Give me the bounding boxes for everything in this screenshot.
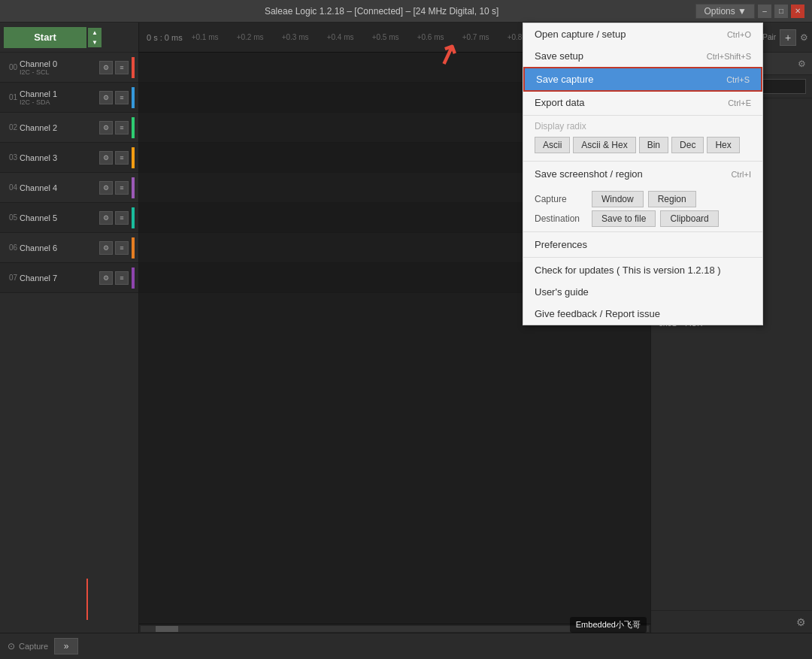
hscroll-thumb[interactable] [156,626,178,632]
channel-row-2: 02 Channel 2 ⚙ ≡ [0,113,138,143]
decoded-settings-icon[interactable]: ⚙ [798,59,806,69]
channel-settings-0[interactable]: ⚙ [99,61,113,74]
menu-screenshot[interactable]: Save screenshot / region Ctrl+I [523,163,762,185]
menu-give-feedback-label: Give feedback / Report issue [535,308,660,319]
channel-sub-0: I2C - SCL [20,68,99,76]
radix-btn-dec[interactable]: Dec [671,137,704,153]
clipboard-button[interactable]: Clipboard [660,210,718,227]
start-button[interactable]: Start [4,27,86,48]
channel-row-5: 05 Channel 5 ⚙ ≡ [0,203,138,233]
tick-6: +0.7 ms [461,33,506,41]
menu-export-data-label: Export data [535,97,585,108]
radix-btn-ascii_& hex[interactable]: Ascii & Hex [573,137,635,153]
channel-waves-6[interactable]: ≡ [115,241,129,255]
channel-name-4: Channel 4 [20,183,99,192]
channel-waves-0[interactable]: ≡ [115,61,129,74]
menu-open-capture[interactable]: Open capture / setup Ctrl+O [523,23,762,45]
channel-settings-3[interactable]: ⚙ [99,151,113,165]
channel-list: 00 Channel 0 I2C - SCL ⚙ ≡ 01 Channel 1 … [0,53,138,293]
channel-color-3 [132,147,135,168]
channel-waves-2[interactable]: ≡ [115,121,129,135]
add-channel-button[interactable]: + [780,29,796,46]
menu-separator-1 [523,115,762,116]
channel-sub-1: I2C - SDA [20,98,99,106]
start-down-arrow[interactable]: ▼ [88,38,102,47]
channel-row-1: 01 Channel 1 I2C - SDA ⚙ ≡ [0,83,138,113]
menu-users-guide-label: User's guide [535,286,589,298]
channel-waves-7[interactable]: ≡ [115,271,129,285]
tick-1: +0.2 ms [235,33,280,41]
channel-settings-2[interactable]: ⚙ [99,121,113,135]
menu-users-guide[interactable]: User's guide [523,281,762,303]
menu-save-capture[interactable]: Save capture Ctrl+S [523,67,762,92]
save-to-file-button[interactable]: Save to file [592,210,656,227]
menu-export-data[interactable]: Export data Ctrl+E [523,92,762,113]
menu-give-feedback[interactable]: Give feedback / Report issue [523,303,762,325]
menu-save-capture-shortcut: Ctrl+S [726,75,750,84]
channel-num-3: 03 [4,153,17,162]
channel-waves-4[interactable]: ≡ [115,181,129,195]
bottom-bar: ⊙ Capture » [0,633,812,659]
channels-panel: Start ▲ ▼ 00 Channel 0 I2C - SCL ⚙ ≡ 01 … [0,23,139,633]
channel-num-7: 07 [4,274,17,282]
close-button[interactable]: ✕ [791,5,804,18]
menu-preferences-label: Preferences [535,239,587,250]
channel-settings-5[interactable]: ⚙ [99,211,113,225]
tick-2: +0.3 ms [280,33,326,41]
tick-4: +0.5 ms [371,33,416,41]
start-arrows: ▲ ▼ [88,28,102,47]
channel-settings-4[interactable]: ⚙ [99,181,113,195]
display-radix-label: Display radix [523,117,762,134]
channel-icons-4: ⚙ ≡ [99,181,129,195]
maximize-button[interactable]: □ [774,5,788,18]
menu-check-updates[interactable]: Check for updates ( This is version 1.2.… [523,259,762,281]
channel-row-3: 03 Channel 3 ⚙ ≡ [0,143,138,173]
settings-icon[interactable]: ⚙ [800,32,808,43]
region-button[interactable]: Region [648,191,696,207]
menu-open-capture-label: Open capture / setup [535,29,626,40]
channel-color-7 [132,268,135,289]
window-button[interactable]: Window [592,191,644,207]
dropdown-menu: Open capture / setup Ctrl+O Save setup C… [523,23,763,325]
menu-preferences[interactable]: Preferences [523,234,762,255]
radix-btn-bin[interactable]: Bin [639,137,668,153]
right-settings-bar: ⚙ [651,610,812,633]
radix-btn-hex[interactable]: Hex [707,137,739,153]
radix-btn-ascii[interactable]: Ascii [535,137,570,153]
channel-row-7: 07 Channel 7 ⚙ ≡ [0,263,138,293]
menu-separator-4 [523,257,762,258]
screenshot-section: Capture Window Region Destination Save t… [523,185,762,230]
tick-0: +0.1 ms [190,33,235,41]
channel-num-5: 05 [4,213,17,222]
channel-row-0: 00 Channel 0 I2C - SCL ⚙ ≡ [0,53,138,83]
channel-color-1 [132,87,135,108]
channel-name-6: Channel 6 [20,243,99,252]
capture-icon: ⊙ [8,641,15,651]
channel-num-2: 02 [4,123,17,131]
channel-settings-6[interactable]: ⚙ [99,241,113,255]
titlebar-controls: Options ▼ – □ ✕ [695,4,804,19]
options-button[interactable]: Options ▼ [695,4,755,19]
channel-waves-3[interactable]: ≡ [115,151,129,165]
capture-section: ⊙ Capture [8,641,48,651]
menu-save-setup[interactable]: Save setup Ctrl+Shift+S [523,45,762,67]
channel-icons-2: ⚙ ≡ [99,121,129,135]
tick-5: +0.6 ms [416,33,461,41]
time-zero: 0 s : 0 ms [147,33,183,42]
channel-name-2: Channel 2 [20,123,99,132]
channel-name-0: Channel 0 I2C - SCL [20,59,99,76]
channel-settings-7[interactable]: ⚙ [99,271,113,285]
channel-waves-5[interactable]: ≡ [115,211,129,225]
start-up-arrow[interactable]: ▲ [88,28,102,38]
menu-export-data-shortcut: Ctrl+E [728,98,751,107]
channel-row-6: 06 Channel 6 ⚙ ≡ [0,233,138,263]
channel-color-0 [132,57,135,78]
channel-settings-1[interactable]: ⚙ [99,91,113,104]
menu-open-capture-shortcut: Ctrl+O [727,30,751,39]
menu-screenshot-shortcut: Ctrl+I [731,170,751,179]
forward-button[interactable]: » [54,638,78,654]
minimize-button[interactable]: – [758,5,771,18]
channel-num-1: 01 [4,93,17,101]
channel-waves-1[interactable]: ≡ [115,91,129,104]
bottom-settings-icon[interactable]: ⚙ [796,616,806,628]
